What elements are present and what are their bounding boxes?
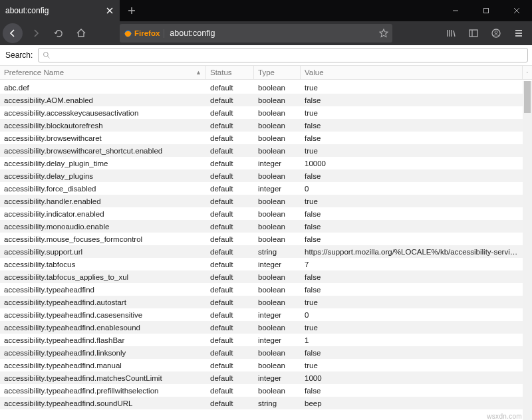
cell-value: false xyxy=(301,286,523,294)
cell-value: 0 xyxy=(301,311,523,319)
cell-type: boolean xyxy=(254,273,301,281)
cell-name: accessibility.force_disabled xyxy=(0,185,206,193)
table-row[interactable]: accessibility.typeaheadfinddefaultboolea… xyxy=(0,283,523,296)
table-row[interactable]: abc.defdefaultbooleantrue xyxy=(0,81,523,94)
home-button[interactable] xyxy=(70,23,92,43)
cell-type: boolean xyxy=(254,147,301,155)
table-row[interactable]: accessibility.monoaudio.enabledefaultboo… xyxy=(0,220,523,233)
cell-type: boolean xyxy=(254,324,301,332)
close-tab-icon[interactable] xyxy=(105,6,114,15)
cell-value: false xyxy=(301,96,523,104)
window-controls xyxy=(440,0,532,21)
cell-value: false xyxy=(301,387,523,395)
table-row[interactable]: accessibility.indicator.enableddefaultbo… xyxy=(0,207,523,220)
table-row[interactable]: accessibility.tabfocus_applies_to_xuldef… xyxy=(0,270,523,283)
cell-type: integer xyxy=(254,311,301,319)
search-row: Search: xyxy=(0,45,532,65)
table-row[interactable]: accessibility.AOM.enableddefaultbooleanf… xyxy=(0,94,523,106)
column-picker-icon[interactable] xyxy=(523,66,532,79)
new-tab-button[interactable] xyxy=(120,0,144,21)
cell-type: boolean xyxy=(254,172,301,180)
cell-type: integer xyxy=(254,336,301,344)
table-row[interactable]: accessibility.typeaheadfind.manualdefaul… xyxy=(0,359,523,371)
svg-rect-0 xyxy=(484,9,489,13)
vertical-scrollbar[interactable] xyxy=(523,81,532,420)
cell-name: accessibility.tabfocus_applies_to_xul xyxy=(0,273,206,281)
cell-value: beep xyxy=(301,399,523,407)
table-row[interactable]: accessibility.delay_plugin_timedefaultin… xyxy=(0,157,523,169)
library-icon[interactable] xyxy=(440,23,462,43)
table-row[interactable]: accessibility.mouse_focuses_formcontrold… xyxy=(0,233,523,245)
bookmark-star-icon[interactable] xyxy=(379,29,388,38)
cell-value: false xyxy=(301,349,523,357)
close-window-button[interactable] xyxy=(501,0,532,21)
svg-point-5 xyxy=(495,31,497,34)
back-button[interactable] xyxy=(3,23,23,43)
cell-value: true xyxy=(301,84,523,92)
cell-status: default xyxy=(206,172,254,180)
table-row[interactable]: accessibility.accesskeycausesactivationd… xyxy=(0,106,523,119)
cell-type: boolean xyxy=(254,84,301,92)
reload-button[interactable] xyxy=(48,23,69,43)
firefox-icon: Firefox xyxy=(124,29,160,38)
sort-indicator-icon: ▲ xyxy=(196,69,201,76)
col-preference-name[interactable]: Preference Name ▲ xyxy=(0,66,206,79)
cell-status: default xyxy=(206,122,254,130)
table-row[interactable]: accessibility.typeaheadfind.soundURLdefa… xyxy=(0,397,523,409)
col-status[interactable]: Status xyxy=(206,66,254,79)
table-row[interactable]: accessibility.typeaheadfind.casesensitiv… xyxy=(0,308,523,321)
cell-type: integer xyxy=(254,159,301,167)
table-row[interactable]: accessibility.support.urldefaultstringht… xyxy=(0,245,523,258)
cell-status: default xyxy=(206,399,254,407)
table-row[interactable]: accessibility.typeaheadfind.autostartdef… xyxy=(0,296,523,308)
table-row[interactable]: accessibility.typeaheadfind.flashBardefa… xyxy=(0,334,523,346)
cell-type: string xyxy=(254,248,301,256)
cell-status: default xyxy=(206,248,254,256)
col-value[interactable]: Value xyxy=(301,66,523,79)
table-row[interactable]: accessibility.handler.enableddefaultbool… xyxy=(0,195,523,207)
table-row[interactable]: accessibility.typeaheadfind.prefillwiths… xyxy=(0,384,523,397)
cell-status: default xyxy=(206,336,254,344)
minimize-button[interactable] xyxy=(440,0,471,21)
col-type[interactable]: Type xyxy=(254,66,301,79)
table-row[interactable]: accessibility.browsewithcaret_shortcut.e… xyxy=(0,144,523,157)
cell-status: default xyxy=(206,362,254,369)
cell-name: accessibility.typeaheadfind.matchesCount… xyxy=(0,374,206,382)
profile-icon[interactable] xyxy=(485,23,507,43)
cell-type: boolean xyxy=(254,210,301,218)
table-row[interactable]: accessibility.force_disableddefaultinteg… xyxy=(0,182,523,195)
cell-name: accessibility.typeaheadfind.prefillwiths… xyxy=(0,387,206,395)
svg-rect-8 xyxy=(527,72,528,73)
identity-box[interactable]: Firefox xyxy=(124,29,164,38)
cell-type: integer xyxy=(254,261,301,268)
cell-name: accessibility.typeaheadfind xyxy=(0,286,206,294)
scrollbar-thumb[interactable] xyxy=(524,81,531,113)
table-row[interactable]: accessibility.typeaheadfind.enablesoundd… xyxy=(0,321,523,334)
table-row[interactable]: accessibility.blockautorefreshdefaultboo… xyxy=(0,119,523,132)
cell-status: default xyxy=(206,96,254,104)
table-row[interactable]: accessibility.tabfocusdefaultinteger7 xyxy=(0,258,523,270)
nav-toolbar: Firefox about:config xyxy=(0,21,532,45)
table-row[interactable]: accessibility.browsewithcaretdefaultbool… xyxy=(0,132,523,144)
search-input[interactable] xyxy=(38,48,528,62)
cell-name: accessibility.delay_plugins xyxy=(0,172,206,180)
url-bar[interactable]: Firefox about:config xyxy=(120,24,392,43)
cell-status: default xyxy=(206,159,254,167)
cell-status: default xyxy=(206,185,254,193)
cell-status: default xyxy=(206,374,254,382)
cell-type: integer xyxy=(254,374,301,382)
maximize-button[interactable] xyxy=(471,0,501,21)
cell-status: default xyxy=(206,147,254,155)
browser-tab-active[interactable]: about:config xyxy=(0,0,120,21)
table-row[interactable]: accessibility.typeaheadfind.linksonlydef… xyxy=(0,346,523,359)
cell-value: false xyxy=(301,273,523,281)
cell-status: default xyxy=(206,261,254,268)
window-titlebar: about:config xyxy=(0,0,532,21)
sidebar-icon[interactable] xyxy=(463,23,484,43)
menu-icon[interactable] xyxy=(508,23,529,43)
table-row[interactable]: accessibility.typeaheadfind.matchesCount… xyxy=(0,371,523,384)
table-row[interactable]: accessibility.delay_pluginsdefaultboolea… xyxy=(0,169,523,182)
forward-button[interactable] xyxy=(25,23,47,43)
cell-value: false xyxy=(301,223,523,231)
cell-name: accessibility.browsewithcaret xyxy=(0,134,206,142)
